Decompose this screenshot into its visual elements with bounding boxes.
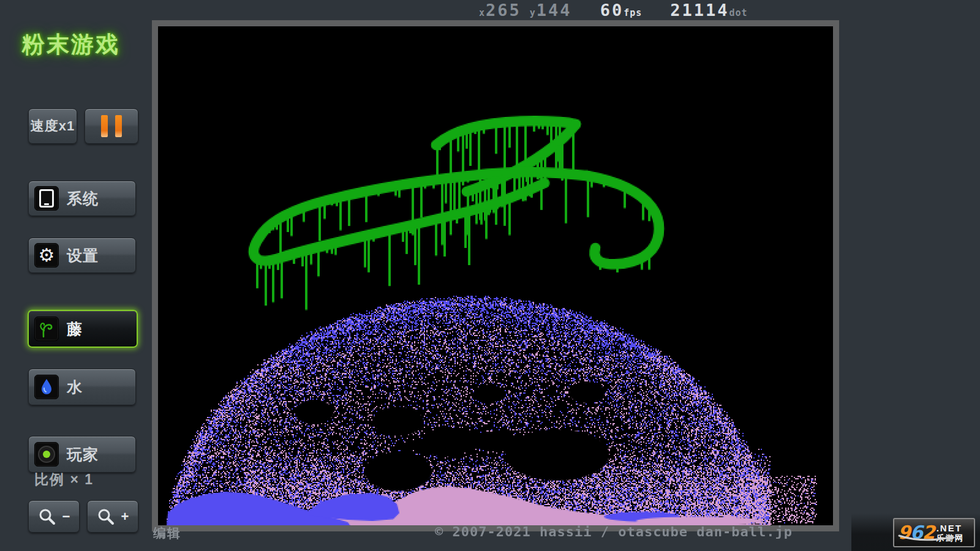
edit-mode-label: 编辑 xyxy=(153,525,181,542)
powder-canvas[interactable] xyxy=(158,26,833,525)
zoom-out-button[interactable]: − xyxy=(28,500,80,533)
app-title: 粉末游戏 xyxy=(22,29,120,60)
water-drop-icon xyxy=(34,375,59,399)
tool-water-label: 水 xyxy=(67,377,83,397)
pause-button[interactable] xyxy=(85,108,138,144)
system-button-label: 系统 xyxy=(67,189,99,209)
system-button[interactable]: 系统 xyxy=(28,181,136,216)
zoom-out-sign: − xyxy=(62,509,70,525)
tool-water-button[interactable]: 水 xyxy=(28,369,136,405)
speed-button[interactable]: 速度x1 xyxy=(28,108,77,144)
zoom-in-button[interactable]: + xyxy=(87,500,138,533)
hud-y-coordinate: y144 xyxy=(530,1,572,20)
game-viewport xyxy=(158,26,833,525)
player-icon xyxy=(34,442,59,467)
zoom-in-sign: + xyxy=(121,509,129,525)
tool-vine-label: 藤 xyxy=(67,319,83,339)
tool-vine-button[interactable]: 藤 xyxy=(28,310,138,348)
pause-icon xyxy=(115,115,122,137)
tool-player-button[interactable]: 玩家 xyxy=(28,436,136,473)
speed-button-label: 速度x1 xyxy=(31,117,75,135)
settings-button[interactable]: ⚙ 设置 xyxy=(28,238,136,273)
magnifier-icon xyxy=(38,508,56,526)
vine-icon xyxy=(34,317,59,341)
tool-player-label: 玩家 xyxy=(67,444,99,465)
swoosh-arrow-icon xyxy=(898,533,959,544)
settings-button-label: 设置 xyxy=(67,246,99,266)
hud-fps: 60fps xyxy=(600,1,643,20)
magnifier-icon xyxy=(97,508,115,526)
962net-watermark[interactable]: 962 .NET 乐游网 xyxy=(893,518,975,547)
copyright-text: © 2007-2021 hassii / otascube dan-ball.j… xyxy=(435,524,827,539)
scale-label: 比例 × 1 xyxy=(34,470,94,489)
hud-dot-count: 21114dot xyxy=(670,1,747,20)
hud-x-coordinate: x265 xyxy=(479,1,521,20)
hud-status-bar: x265 y144 60fps 21114dot xyxy=(479,1,748,20)
gear-icon: ⚙ xyxy=(34,243,59,268)
monitor-icon xyxy=(34,186,59,211)
logo-net: .NET xyxy=(937,523,964,533)
pause-icon xyxy=(101,115,108,137)
